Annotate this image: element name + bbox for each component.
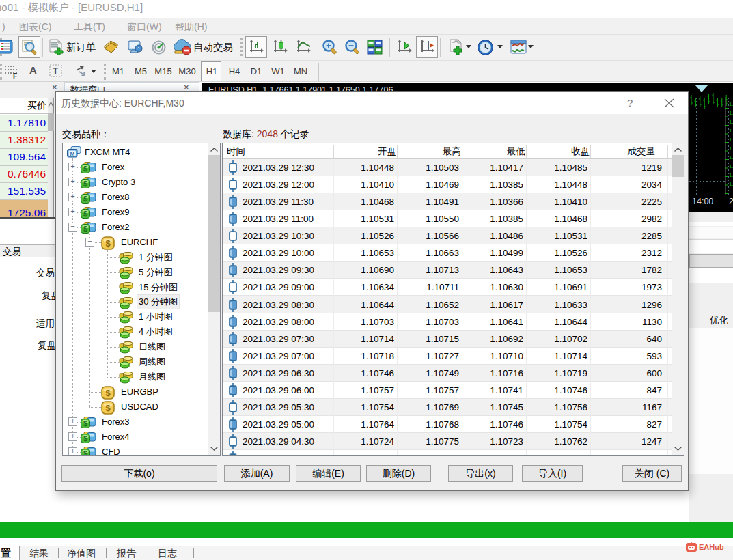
svg-text:T: T [53,66,58,76]
svg-text:$: $ [83,434,87,443]
svg-text:$: $ [83,419,87,428]
svg-text:$: $ [83,225,87,233]
svg-text:$: $ [83,195,87,203]
svg-text:M: M [70,151,74,157]
svg-text:$: $ [83,449,87,456]
svg-text:$: $ [83,165,87,173]
svg-text:F: F [13,72,17,80]
svg-text:$: $ [83,180,87,188]
svg-text:$: $ [105,238,111,249]
svg-text:$: $ [105,403,111,413]
svg-text:$: $ [83,210,87,218]
svg-text:$: $ [105,388,111,398]
